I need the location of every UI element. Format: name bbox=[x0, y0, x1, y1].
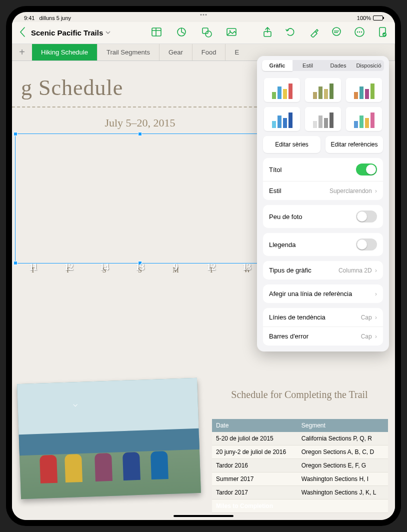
battery-percent: 100% bbox=[357, 15, 371, 21]
bar-value: 14 bbox=[100, 262, 109, 272]
segment-chart[interactable]: Gràfic bbox=[262, 60, 292, 71]
chevron-right-icon: › bbox=[375, 314, 377, 321]
popover-segmented-control: Gràfic Estil Dades Disposició bbox=[257, 56, 389, 75]
add-sheet-button[interactable]: + bbox=[12, 44, 32, 60]
edit-series-button[interactable]: Editar sèries bbox=[263, 136, 320, 153]
home-indicator[interactable] bbox=[174, 515, 234, 517]
schedule-table[interactable]: DateSegment 5-20 de juliol de 2015Califo… bbox=[212, 419, 388, 513]
table-footer: Miles to Completion bbox=[212, 500, 388, 513]
table-row: 20 juny-2 de juliol de 2016Oregon Sectio… bbox=[212, 446, 388, 459]
chevron-right-icon: › bbox=[375, 332, 377, 340]
table-row: Tardor 2016Oregon Sections E, F, G bbox=[212, 459, 388, 472]
chart-style-thumb[interactable] bbox=[264, 107, 300, 131]
chevron-right-icon: › bbox=[375, 290, 377, 298]
insert-shape-icon[interactable] bbox=[201, 26, 212, 40]
svg-point-11 bbox=[361, 31, 362, 32]
image-object[interactable]: ⌵ bbox=[17, 378, 201, 499]
bar-value: 13 bbox=[136, 262, 144, 272]
table-row: Summer 2017Washington Sections H, I bbox=[212, 472, 388, 486]
divider bbox=[12, 106, 262, 108]
option-chart-type[interactable]: Tipus de gràfic Columna 2D› bbox=[263, 261, 383, 280]
table-header[interactable]: Segment bbox=[298, 419, 388, 432]
svg-point-7 bbox=[332, 28, 340, 36]
chart-style-thumb[interactable] bbox=[346, 107, 382, 131]
option-legend[interactable]: Llegenda bbox=[263, 233, 383, 256]
bar-value: 13 bbox=[242, 262, 251, 272]
svg-rect-0 bbox=[152, 28, 161, 36]
more-icon[interactable] bbox=[354, 26, 365, 40]
multitask-dots[interactable] bbox=[200, 14, 207, 16]
chevron-right-icon: › bbox=[375, 266, 377, 274]
option-caption[interactable]: Peu de foto bbox=[263, 205, 383, 228]
chart-style-thumb[interactable] bbox=[346, 78, 382, 102]
svg-point-3 bbox=[206, 31, 212, 37]
option-font-style[interactable]: Estil Superclarendon› bbox=[263, 182, 383, 200]
document-title[interactable]: Scenic Pacific Trails bbox=[31, 28, 103, 37]
comment-icon[interactable] bbox=[331, 26, 342, 40]
document-menu-chevron-icon[interactable] bbox=[105, 28, 111, 38]
status-date: dilluns 5 juny bbox=[39, 15, 71, 21]
selection-handle[interactable] bbox=[14, 132, 18, 136]
chart-plot-area[interactable]: 11 12 14 13 9 12 13 bbox=[15, 134, 265, 264]
tab-trail-segments[interactable]: Trail Segments bbox=[98, 44, 160, 60]
chart-style-thumb[interactable] bbox=[264, 78, 300, 102]
selection-handle[interactable] bbox=[138, 132, 142, 136]
svg-point-10 bbox=[359, 31, 360, 32]
insert-table-icon[interactable] bbox=[151, 26, 162, 40]
chart-title: July 5–20, 2015 bbox=[15, 116, 265, 130]
option-trendlines[interactable]: Línies de tendència Cap› bbox=[263, 308, 383, 327]
chevron-right-icon: › bbox=[375, 187, 377, 194]
segment-layout[interactable]: Disposició bbox=[354, 60, 384, 71]
legend-switch[interactable] bbox=[356, 238, 377, 250]
bird-icon: ⌵ bbox=[72, 399, 78, 408]
chart-style-thumb[interactable] bbox=[305, 78, 341, 102]
bar-value: 11 bbox=[29, 262, 38, 272]
segment-data[interactable]: Dades bbox=[323, 60, 354, 71]
selection-handle[interactable] bbox=[14, 261, 18, 265]
screen: 9:41 dilluns 5 juny 100% Scenic Pacific … bbox=[12, 12, 395, 520]
chart-object[interactable]: July 5–20, 2015 11 12 14 13 9 12 13 bbox=[15, 116, 265, 274]
chart-color-thumbnails bbox=[257, 75, 389, 136]
toolbar: Scenic Pacific Trails bbox=[12, 22, 395, 44]
tab-food[interactable]: Food bbox=[192, 44, 226, 60]
edit-references-button[interactable]: Editar referències bbox=[326, 136, 383, 153]
chart-style-thumb[interactable] bbox=[305, 107, 341, 131]
back-button[interactable] bbox=[19, 26, 26, 40]
tab-hiking-schedule[interactable]: Hiking Schedule bbox=[32, 44, 98, 60]
insert-chart-icon[interactable] bbox=[176, 26, 187, 40]
ipad-frame: 9:41 dilluns 5 juny 100% Scenic Pacific … bbox=[6, 6, 401, 526]
option-title[interactable]: Títol bbox=[263, 158, 383, 182]
battery-icon bbox=[373, 16, 383, 20]
undo-icon[interactable] bbox=[285, 26, 296, 40]
status-right: 100% bbox=[357, 15, 383, 21]
option-add-reference-line[interactable]: Afegir una línia de referència › bbox=[263, 284, 383, 303]
caption-switch[interactable] bbox=[356, 210, 377, 222]
insert-media-icon[interactable] bbox=[226, 26, 237, 40]
bar-value: 12 bbox=[64, 262, 74, 272]
status-time: 9:41 bbox=[24, 15, 34, 21]
segment-style[interactable]: Estil bbox=[292, 60, 323, 71]
share-icon[interactable] bbox=[262, 26, 273, 40]
status-bar: 9:41 dilluns 5 juny 100% bbox=[12, 12, 395, 22]
bar-value: 9 bbox=[174, 262, 178, 272]
svg-point-9 bbox=[357, 31, 358, 32]
bar-value: 12 bbox=[206, 262, 216, 272]
status-left: 9:41 dilluns 5 juny bbox=[24, 15, 71, 21]
document-settings-icon[interactable] bbox=[377, 26, 388, 40]
table-row: Tardor 2017Washington Sections J, K, L bbox=[212, 486, 388, 500]
schedule-table-title: Schedule for Completing the Trail bbox=[217, 389, 382, 400]
svg-rect-2 bbox=[202, 28, 208, 34]
format-brush-icon[interactable] bbox=[308, 26, 319, 40]
table-header[interactable]: Date bbox=[212, 419, 298, 432]
option-error-bars[interactable]: Barres d'error Cap› bbox=[263, 327, 383, 346]
title-switch[interactable] bbox=[356, 164, 377, 176]
format-chart-popover: Gràfic Estil Dades Disposició Editar sèr… bbox=[257, 56, 389, 352]
tab-gear[interactable]: Gear bbox=[160, 44, 192, 60]
table-row: 5-20 de juliol de 2015California Section… bbox=[212, 432, 388, 446]
